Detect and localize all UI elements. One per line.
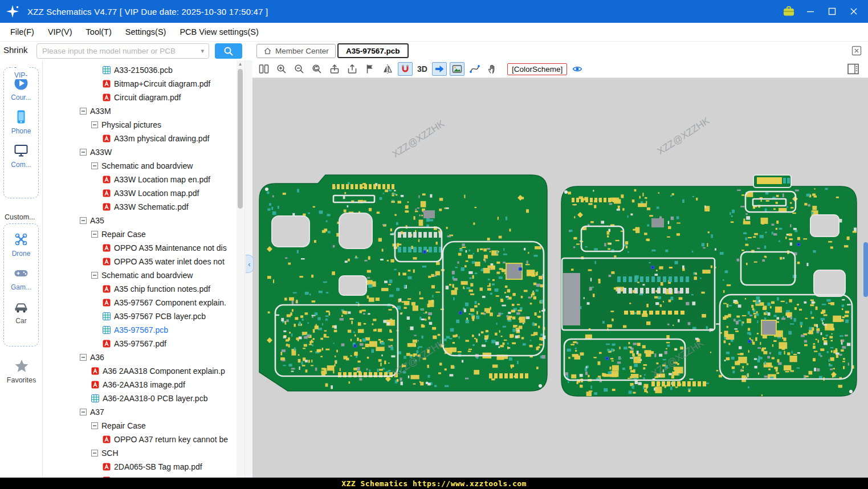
tree-file[interactable]: Bitmap+Circuit diagram.pdf — [43, 77, 237, 91]
pages-icon[interactable] — [256, 62, 271, 76]
tree-file[interactable]: OPPO A35 Maintenance not dis — [43, 241, 237, 255]
scroll-up-icon[interactable]: ▲ — [237, 62, 244, 68]
pcb-board-view[interactable]: XZZ@XZZHKXZZ@XZZHKXZZ@XZZHKXZZ@XZZHK — [252, 78, 868, 478]
tree-file[interactable]: Circuit diagram.pdf — [43, 91, 237, 104]
export-open-icon[interactable] — [345, 62, 360, 76]
blue-arrow-icon[interactable] — [432, 62, 447, 76]
tree-item-label: 2DA065-SB Tag map.pdf — [114, 462, 202, 471]
tree-file[interactable]: A36-2AA318 image.pdf — [43, 378, 237, 392]
pan-hand-icon[interactable] — [485, 62, 500, 76]
custom-group: Drone Gam... — [3, 223, 39, 347]
flag-icon[interactable] — [362, 62, 377, 76]
close-icon[interactable] — [847, 5, 860, 18]
tree-item-label: A35-97567.pcb — [114, 325, 168, 335]
tree-file[interactable]: OPPO A35 water inlet does not — [43, 255, 237, 268]
tree-folder[interactable]: Physical pictures — [43, 118, 237, 132]
tree-item-label: Circuit diagram.pdf — [114, 93, 181, 102]
menu-file[interactable]: File(F) — [0, 23, 41, 41]
tree-folder[interactable]: Repair Case — [43, 227, 237, 241]
tree-file[interactable]: OPPO A37 return key cannot be — [43, 433, 237, 446]
tree-item-label: A35 chip function notes.pdf — [114, 284, 210, 294]
flip-horizontal-icon[interactable] — [380, 62, 395, 76]
sidebar-item-car[interactable]: Car — [4, 299, 38, 325]
collapse-icon[interactable] — [91, 272, 98, 279]
visibility-icon[interactable] — [570, 62, 585, 76]
tree-file[interactable]: A33W Location map.pdf — [43, 186, 237, 200]
tree-file[interactable]: A35 chip function notes.pdf — [43, 282, 237, 296]
menu-vip[interactable]: VIP(V) — [41, 23, 79, 41]
curve-tool-icon[interactable] — [467, 62, 482, 76]
tree-file[interactable]: A36-2AA318-0 PCB layer.pcb — [43, 392, 237, 405]
tree-file[interactable]: A33-215036.pcb — [43, 63, 237, 77]
zoom-reset-icon[interactable] — [309, 62, 324, 76]
collapse-icon[interactable] — [80, 149, 87, 156]
menu-tool[interactable]: Tool(T) — [79, 23, 119, 41]
menubar: File(F) VIP(V) Tool(T) Settings(S) PCB V… — [0, 23, 868, 42]
pcb-canvas[interactable]: XZZ@XZZHKXZZ@XZZHKXZZ@XZZHKXZZ@XZZHK — [252, 78, 868, 478]
tree-folder[interactable]: A33M — [43, 104, 237, 118]
collapse-icon[interactable] — [91, 450, 98, 457]
threed-button[interactable]: 3D — [415, 64, 429, 74]
collapse-icon[interactable] — [80, 217, 87, 224]
tree-file[interactable]: A35-97567 Component explain. — [43, 296, 237, 309]
tree-folder[interactable]: Repair Case — [43, 419, 237, 433]
export-top-icon[interactable] — [327, 62, 342, 76]
sidebar-item-favorites[interactable]: Favorites — [0, 358, 43, 384]
sidebar-item-label: Cour... — [11, 93, 31, 101]
tree-scrollbar-thumb[interactable] — [238, 69, 243, 209]
tree-file[interactable]: A33m physical drawing.pdf — [43, 132, 237, 145]
collapse-icon[interactable] — [80, 409, 87, 415]
sidebar-item-phone[interactable]: Phone — [4, 109, 38, 135]
tree-scrollbar[interactable]: ▲ — [237, 60, 244, 478]
tree-file[interactable] — [43, 474, 237, 478]
tab-pcb-document[interactable]: A35-97567.pcb — [337, 43, 409, 58]
tree-folder[interactable]: A36 — [43, 351, 237, 364]
tree-file[interactable]: A35-97567 PCB layer.pcb — [43, 309, 237, 323]
search-button[interactable] — [215, 43, 242, 59]
tree-file[interactable]: A36 2AA318 Component explain.p — [43, 364, 237, 378]
tree-folder[interactable]: Schematic and boardview — [43, 268, 237, 282]
sidebar-item-drone[interactable]: Drone — [4, 231, 38, 258]
zoom-in-icon[interactable] — [274, 62, 289, 76]
dropdown-caret-icon[interactable]: ▾ — [201, 47, 204, 55]
sidebar-item-game[interactable]: Gam... — [4, 265, 38, 291]
tree-folder[interactable]: A35 — [43, 214, 237, 227]
minimize-icon[interactable] — [804, 5, 817, 18]
collapse-icon[interactable] — [80, 108, 87, 115]
close-panel-icon[interactable] — [851, 45, 862, 56]
search-input[interactable] — [42, 47, 201, 55]
pdf-icon — [103, 244, 111, 252]
pdf-icon — [103, 285, 111, 293]
tree-file[interactable]: A35-97567.pdf — [43, 337, 237, 351]
tree-file[interactable]: A35-97567.pcb — [43, 323, 237, 337]
tree-folder[interactable]: A37 — [43, 405, 237, 419]
tab-member-center[interactable]: Member Center — [256, 44, 336, 58]
tree-folder[interactable]: Schematic and boardview — [43, 159, 237, 173]
tree-file[interactable]: A33W Schematic.pdf — [43, 200, 237, 214]
pcb-icon — [91, 394, 99, 402]
collapse-icon[interactable] — [91, 121, 98, 128]
collapse-tree-handle[interactable]: ‹ — [246, 255, 254, 273]
layers-panel-icon[interactable] — [846, 62, 860, 76]
tree-file[interactable]: A33W Location map en.pdf — [43, 173, 237, 186]
tree-folder[interactable]: A33W — [43, 145, 237, 159]
menu-pcb-view-settings[interactable]: PCB View settings(S) — [173, 23, 265, 41]
menu-settings[interactable]: Settings(S) — [119, 23, 173, 41]
briefcase-icon[interactable] — [783, 5, 795, 18]
collapse-icon[interactable] — [91, 162, 98, 169]
maximize-icon[interactable] — [826, 5, 838, 18]
tree-item-label: A35-97567.pdf — [114, 339, 166, 348]
canvas-scrollbar[interactable] — [863, 242, 868, 297]
collapse-icon[interactable] — [91, 422, 98, 429]
shrink-button[interactable]: Shrink — [3, 45, 28, 55]
image-mode-icon[interactable] — [450, 62, 464, 76]
tree-item-label: SCH — [101, 449, 119, 458]
tree-folder[interactable]: SCH — [43, 446, 237, 460]
zoom-out-icon[interactable] — [292, 62, 307, 76]
sidebar-item-computer[interactable]: Com... — [4, 142, 38, 169]
colorscheme-button[interactable]: [ColorScheme] — [507, 63, 567, 75]
collapse-icon[interactable] — [91, 231, 98, 238]
collapse-icon[interactable] — [80, 354, 87, 361]
tree-file[interactable]: 2DA065-SB Tag map.pdf — [43, 460, 237, 474]
magnet-icon[interactable] — [398, 62, 413, 76]
